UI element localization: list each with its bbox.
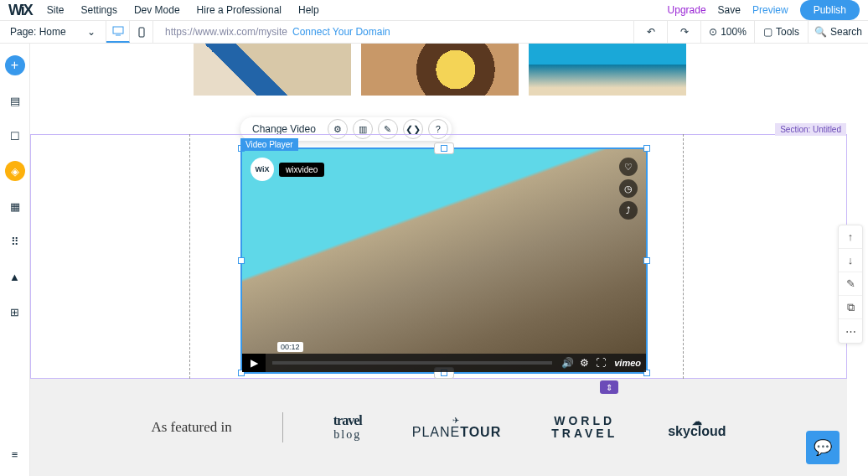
menu-settings[interactable]: Settings [73, 4, 126, 16]
more-icon[interactable]: ⋯ [839, 319, 862, 343]
preview-button[interactable]: Preview [752, 4, 788, 16]
video-player-element[interactable]: ⇕ ⇕ WiX wixvideo ♡ ◷ ⤴ 00:12 ▶ 🔊 ⚙ ⛶ vim… [240, 147, 648, 374]
image-gallery [194, 44, 686, 96]
wixvideo-badge: wixvideo [279, 163, 324, 177]
featured-section: As featured in travelblog ✈PLANETOUR WOR… [30, 379, 847, 476]
brand-logo: ✈PLANETOUR [412, 416, 502, 440]
volume-icon[interactable]: 🔊 [559, 357, 576, 369]
video-timecode: 00:12 [277, 342, 303, 352]
selection-handle[interactable] [441, 145, 447, 152]
brand-logo: ☁skycloud [668, 416, 726, 439]
save-button[interactable]: Save [718, 4, 741, 16]
publish-button[interactable]: Publish [800, 0, 860, 20]
sections-icon[interactable]: ▤ [5, 91, 25, 111]
menu-help[interactable]: Help [290, 4, 328, 16]
selection-handle[interactable] [643, 257, 650, 264]
upgrade-link[interactable]: Upgrade [668, 4, 706, 16]
section-drag-handle[interactable]: ⇕ [600, 380, 618, 394]
brand-logo: travelblog [333, 413, 362, 442]
gallery-image [529, 44, 686, 96]
page-selector[interactable]: Page: Home ⌄ [0, 21, 106, 43]
section-label[interactable]: Section: Untitled [775, 123, 846, 136]
media-icon[interactable]: ▲ [5, 266, 25, 287]
search-button[interactable]: 🔍 Search [808, 21, 868, 43]
design-icon[interactable]: ◈ [5, 161, 25, 181]
edit-icon[interactable]: ✎ [839, 272, 862, 296]
divider [282, 412, 283, 442]
zoom-control[interactable]: ⊙ 100% [700, 21, 754, 43]
selection-handle[interactable] [238, 257, 245, 264]
apps-icon[interactable]: ▦ [5, 196, 25, 216]
arrow-down-icon[interactable]: ↓ [839, 249, 862, 272]
share-icon[interactable]: ⤴ [619, 201, 638, 220]
fullscreen-icon[interactable]: ⛶ [592, 357, 609, 369]
settings-icon[interactable]: ⚙ [576, 357, 592, 369]
element-type-label: Video Player [240, 138, 298, 151]
brand-logo: WORLDTRAVEL [551, 415, 617, 441]
arrow-up-icon[interactable]: ↑ [839, 225, 862, 249]
wix-watermark: WiX [251, 158, 274, 181]
gallery-image [361, 44, 519, 96]
connect-domain-link[interactable]: Connect Your Domain [292, 26, 390, 38]
menu-hire[interactable]: Hire a Professional [189, 4, 290, 16]
copy-icon[interactable]: ⧉ [839, 296, 862, 319]
chat-button[interactable]: 💬 [806, 431, 840, 464]
svg-rect-0 [113, 27, 123, 34]
desktop-view-button[interactable] [106, 21, 130, 43]
tools-button[interactable]: ▢ Tools [754, 21, 808, 43]
add-element-button[interactable]: + [5, 55, 25, 75]
gallery-image [194, 44, 351, 96]
like-icon[interactable]: ♡ [619, 158, 638, 176]
undo-button[interactable]: ↶ [633, 21, 667, 43]
editor-canvas[interactable]: Change Video ⚙ ▥ ✎ ❮❯ ? Section: Untitle… [30, 44, 868, 476]
redo-button[interactable]: ↷ [667, 21, 700, 43]
pages-icon[interactable]: ☐ [5, 126, 25, 146]
menu-site[interactable]: Site [39, 4, 73, 16]
watch-later-icon[interactable]: ◷ [619, 179, 638, 198]
data-icon[interactable]: ⊞ [5, 302, 25, 322]
chevron-down-icon: ⌄ [87, 26, 96, 38]
mobile-view-button[interactable] [130, 21, 153, 43]
svg-rect-2 [139, 28, 144, 37]
vimeo-logo: vimeo [614, 358, 641, 368]
right-toolbar: ↑ ↓ ✎ ⧉ ⋯ [838, 225, 863, 344]
menu-devmode[interactable]: Dev Mode [126, 4, 189, 16]
progress-bar[interactable] [272, 361, 552, 365]
selection-handle[interactable] [643, 145, 650, 152]
change-video-button[interactable]: Change Video [252, 123, 323, 135]
featured-heading: As featured in [151, 419, 231, 436]
addons-icon[interactable]: ⠿ [5, 231, 25, 251]
wix-logo: WiX [8, 2, 32, 19]
url-bar: https://www.wix.com/mysiteConnect Your D… [153, 26, 633, 38]
video-controls: ▶ 🔊 ⚙ ⛶ vimeo [242, 354, 646, 372]
play-button[interactable]: ▶ [242, 354, 266, 372]
layers-icon[interactable]: ≡ [5, 444, 25, 464]
